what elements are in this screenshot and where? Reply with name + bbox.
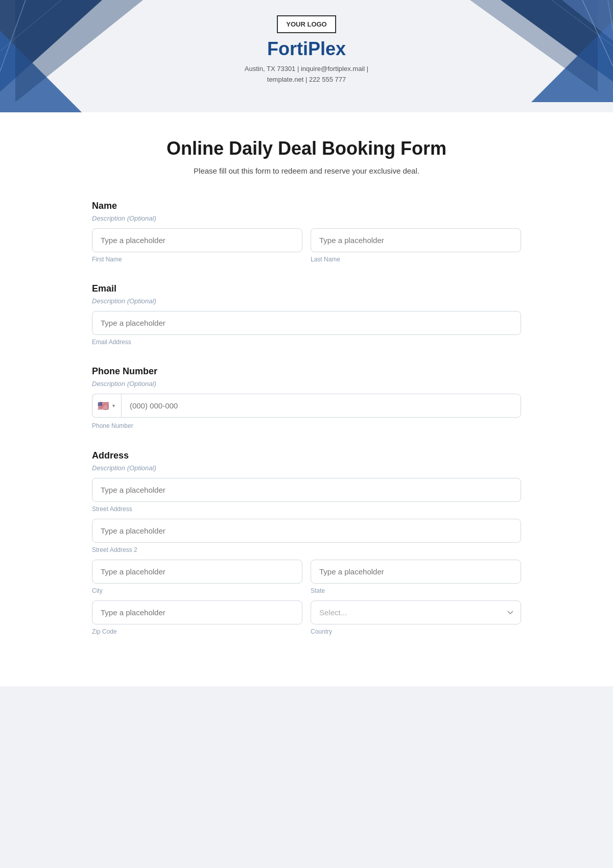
email-section: Email Description (Optional) Email Addre… (92, 283, 521, 346)
address-section-description: Description (Optional) (92, 464, 521, 472)
country-sublabel: Country (311, 628, 521, 635)
first-name-input[interactable] (92, 228, 302, 252)
street-address-group: Street Address (92, 478, 521, 513)
country-group: Select... United States United Kingdom C… (311, 600, 521, 635)
company-info: Austin, TX 73301 | inquire@fortiplex.mai… (10, 64, 603, 85)
first-name-group: First Name (92, 228, 302, 263)
country-select[interactable]: Select... United States United Kingdom C… (311, 600, 521, 624)
street-address2-sublabel: Street Address 2 (92, 546, 521, 553)
name-field-row: First Name Last Name (92, 228, 521, 263)
state-input[interactable] (311, 560, 521, 584)
last-name-input[interactable] (311, 228, 521, 252)
zip-country-row: Zip Code Select... United States United … (92, 600, 521, 635)
email-input[interactable] (92, 311, 521, 335)
first-name-label: First Name (92, 256, 302, 263)
city-input[interactable] (92, 560, 302, 584)
street-address2-group: Street Address 2 (92, 519, 521, 553)
zip-group: Zip Code (92, 600, 302, 635)
last-name-label: Last Name (311, 256, 521, 263)
flag-icon: 🇺🇸 (98, 400, 109, 412)
email-sublabel: Email Address (92, 339, 521, 346)
street-address-input[interactable] (92, 478, 521, 502)
state-group: State (311, 560, 521, 594)
phone-row: 🇺🇸 ▼ (92, 394, 521, 418)
street-address-sublabel: Street Address (92, 505, 521, 513)
name-section-label: Name (92, 201, 521, 211)
email-section-description: Description (Optional) (92, 297, 521, 305)
name-section-description: Description (Optional) (92, 214, 521, 222)
phone-section-label: Phone Number (92, 366, 521, 377)
address-section: Address Description (Optional) Street Ad… (92, 450, 521, 635)
zip-input[interactable] (92, 600, 302, 624)
city-state-row: City State (92, 560, 521, 594)
form-title: Online Daily Deal Booking Form (92, 138, 521, 159)
state-sublabel: State (311, 587, 521, 594)
phone-section-description: Description (Optional) (92, 380, 521, 388)
email-section-label: Email (92, 283, 521, 294)
name-section: Name Description (Optional) First Name L… (92, 201, 521, 263)
city-sublabel: City (92, 587, 302, 594)
email-group: Email Address (92, 311, 521, 346)
country-code-select[interactable]: 🇺🇸 ▼ (92, 394, 121, 418)
last-name-group: Last Name (311, 228, 521, 263)
company-name: FortiPlex (10, 38, 603, 60)
logo: YOUR LOGO (277, 15, 336, 33)
form-container: Online Daily Deal Booking Form Please fi… (0, 112, 613, 686)
address-section-label: Address (92, 450, 521, 461)
city-group: City (92, 560, 302, 594)
chevron-down-icon: ▼ (111, 403, 116, 408)
page-header: YOUR LOGO FortiPlex Austin, TX 73301 | i… (0, 0, 613, 112)
phone-section: Phone Number Description (Optional) 🇺🇸 ▼… (92, 366, 521, 430)
street-address2-input[interactable] (92, 519, 521, 543)
phone-sublabel: Phone Number (92, 422, 133, 429)
form-subtitle: Please fill out this form to redeem and … (92, 166, 521, 175)
phone-input[interactable] (121, 394, 521, 418)
zip-sublabel: Zip Code (92, 628, 302, 635)
